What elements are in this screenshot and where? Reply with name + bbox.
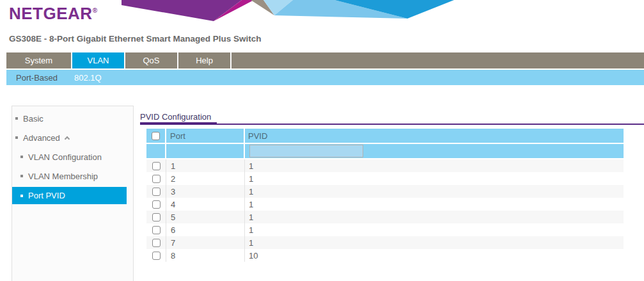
filter-port-cell xyxy=(166,144,245,158)
row-checkbox-cell xyxy=(146,185,166,198)
column-header-pvid: PVID xyxy=(245,129,624,143)
filter-pvid-cell xyxy=(245,144,624,158)
row-checkbox[interactable] xyxy=(152,188,161,196)
sub-nav: Port-Based 802.1Q xyxy=(6,70,644,85)
bullet-icon xyxy=(15,136,18,139)
select-all-checkbox[interactable] xyxy=(152,132,160,140)
row-checkbox[interactable] xyxy=(152,162,161,170)
sidebar-item-basic[interactable]: Basic xyxy=(12,109,133,128)
bullet-icon xyxy=(15,117,18,120)
sidebar-item-label: VLAN Membership xyxy=(28,172,98,181)
main-nav: System VLAN QoS Help xyxy=(6,52,644,68)
row-checkbox[interactable] xyxy=(152,175,161,183)
header-checkbox-cell xyxy=(146,129,166,143)
port-cell: 3 xyxy=(166,185,245,198)
row-checkbox[interactable] xyxy=(152,252,161,260)
port-cell: 8 xyxy=(166,249,245,262)
table-row: 8 10 xyxy=(146,249,624,262)
tab-vlan[interactable]: VLAN xyxy=(72,52,125,68)
table-row: 5 1 xyxy=(146,211,624,223)
row-checkbox-cell xyxy=(146,211,166,223)
table-row: 7 1 xyxy=(146,236,624,249)
row-checkbox-cell xyxy=(146,249,166,262)
table-header-row: Port PVID xyxy=(146,129,624,144)
bullet-icon xyxy=(20,156,23,158)
pvid-cell: 1 xyxy=(245,185,624,198)
row-checkbox-cell xyxy=(146,223,166,236)
port-cell: 1 xyxy=(166,159,245,172)
registered-mark: ® xyxy=(93,7,98,14)
sidebar-item-label: Port PVID xyxy=(28,191,65,200)
sidebar-item-label: Basic xyxy=(23,114,43,124)
row-checkbox-cell xyxy=(146,198,166,211)
row-checkbox-cell xyxy=(146,172,166,185)
sidebar: Basic Advanced VLAN Configuration VLAN M… xyxy=(12,106,134,281)
logo-text: NETGEAR xyxy=(9,4,93,23)
row-checkbox[interactable] xyxy=(152,213,161,221)
port-cell: 4 xyxy=(166,198,245,211)
title-rule-thick xyxy=(140,122,217,125)
row-checkbox[interactable] xyxy=(152,239,161,247)
bullet-icon xyxy=(20,195,23,197)
sidebar-item-label: VLAN Configuration xyxy=(28,152,102,162)
pvid-cell: 10 xyxy=(245,249,624,262)
header-banner-graphic xyxy=(122,0,454,22)
tab-qos[interactable]: QoS xyxy=(125,52,178,68)
pvid-filter-input[interactable] xyxy=(249,145,363,157)
pvid-cell: 1 xyxy=(245,236,624,249)
sidebar-item-vlan-configuration[interactable]: VLAN Configuration xyxy=(12,147,133,166)
table-row: 3 1 xyxy=(146,185,624,198)
tab-system[interactable]: System xyxy=(6,52,72,68)
table-row: 4 1 xyxy=(146,198,624,211)
table-row: 6 1 xyxy=(146,223,624,236)
port-cell: 5 xyxy=(166,211,245,223)
page-title: PVID Configuration xyxy=(140,112,211,122)
subnav-item-port-based[interactable]: Port-Based xyxy=(16,73,58,83)
row-checkbox[interactable] xyxy=(152,226,161,234)
page: NETGEAR® GS308E - 8-Port Gigabit Etherne… xyxy=(0,0,644,281)
pvid-cell: 1 xyxy=(245,223,624,236)
bullet-icon xyxy=(20,175,23,177)
row-checkbox-cell xyxy=(146,236,166,249)
table-row: 2 1 xyxy=(146,172,624,185)
table-filter-row xyxy=(146,144,624,159)
chevron-up-icon xyxy=(65,136,70,141)
tab-help[interactable]: Help xyxy=(178,52,232,68)
row-checkbox[interactable] xyxy=(152,200,161,209)
port-cell: 2 xyxy=(166,172,245,185)
pvid-cell: 1 xyxy=(245,172,624,185)
sidebar-item-port-pvid[interactable]: Port PVID xyxy=(12,187,127,204)
subnav-item-8021q[interactable]: 802.1Q xyxy=(74,73,102,83)
pvid-table: Port PVID 1 1 2 1 3 1 xyxy=(146,129,624,262)
filter-checkbox-cell xyxy=(146,144,166,158)
pvid-cell: 1 xyxy=(245,198,624,211)
device-title: GS308E - 8-Port Gigabit Ethernet Smart M… xyxy=(9,34,262,44)
pvid-cell: 1 xyxy=(245,159,624,172)
table-row: 1 1 xyxy=(146,159,624,172)
netgear-logo: NETGEAR® xyxy=(9,4,98,24)
column-header-port: Port xyxy=(166,129,245,143)
row-checkbox-cell xyxy=(146,159,166,172)
sidebar-item-label: Advanced xyxy=(23,133,60,143)
sidebar-item-vlan-membership[interactable]: VLAN Membership xyxy=(12,166,133,186)
sidebar-item-advanced[interactable]: Advanced xyxy=(12,128,133,147)
port-cell: 6 xyxy=(166,223,245,236)
pvid-cell: 1 xyxy=(245,211,624,223)
port-cell: 7 xyxy=(166,236,245,249)
